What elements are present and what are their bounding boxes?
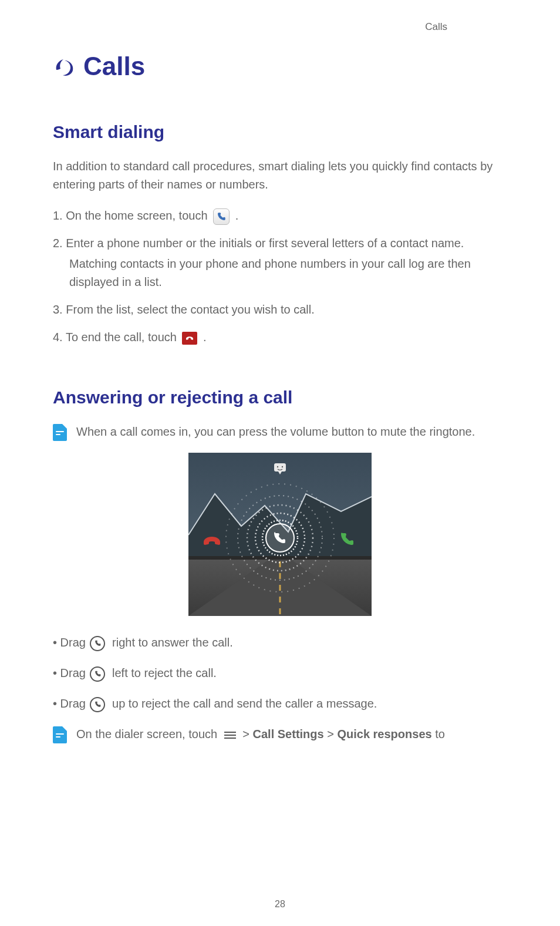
drag-handle-icon	[90, 697, 105, 712]
dialer-app-icon	[213, 208, 230, 225]
calls-title-icon	[53, 56, 75, 77]
svg-point-5	[277, 466, 278, 467]
menu-icon	[224, 732, 236, 739]
intro-paragraph: In addition to standard call procedures,…	[53, 157, 507, 194]
step-2: 2. Enter a phone number or the initials …	[53, 234, 507, 291]
note-quick-responses: On the dialer screen, touch > Call Setti…	[53, 725, 507, 743]
note-icon	[53, 424, 67, 441]
drag-handle-icon	[90, 666, 105, 682]
breadcrumb-call-settings: Call Settings	[253, 728, 324, 740]
bullet-drag-left: • Drag left to reject the call.	[53, 664, 507, 682]
section-heading-answering: Answering or rejecting a call	[53, 388, 507, 408]
breadcrumb-quick-responses: Quick responses	[337, 728, 431, 740]
end-call-icon	[182, 332, 197, 345]
svg-rect-3	[188, 556, 372, 560]
header-breadcrumb: Calls	[425, 21, 447, 33]
bullet-drag-right: • Drag right to answer the call.	[53, 634, 507, 651]
bullet-drag-up: • Drag up to reject the call and send th…	[53, 695, 507, 712]
svg-point-6	[282, 466, 283, 467]
incoming-call-illustration	[188, 453, 372, 616]
drag-handle-icon	[90, 636, 105, 651]
page-number: 28	[0, 899, 560, 910]
note-mute-ringtone: When a call comes in, you can press the …	[53, 423, 507, 441]
note-icon	[53, 726, 67, 743]
step-4: 4. To end the call, touch .	[53, 328, 507, 346]
section-heading-smart-dialing: Smart dialing	[53, 122, 507, 142]
page-title: Calls	[83, 52, 145, 81]
step-2-subtext: Matching contacts in your phone and phon…	[69, 255, 507, 291]
step-1: 1. On the home screen, touch .	[53, 207, 507, 225]
step-3: 3. From the list, select the contact you…	[53, 301, 507, 319]
